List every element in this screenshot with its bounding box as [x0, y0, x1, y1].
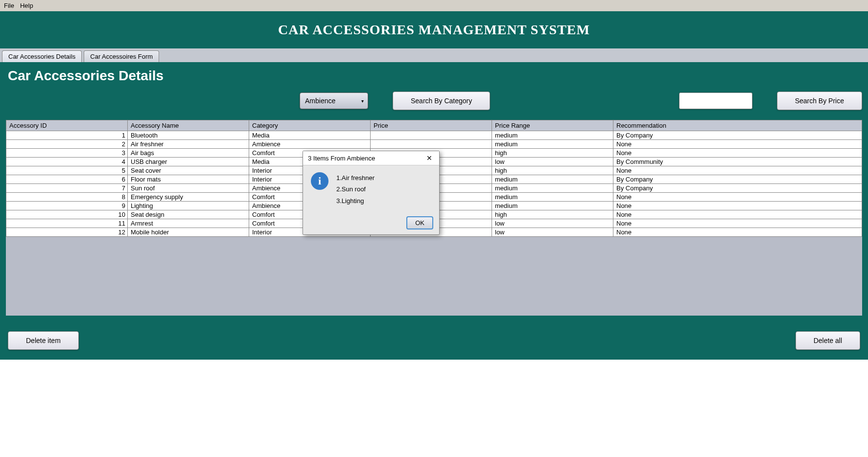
table-cell: None	[613, 219, 862, 228]
table-cell: None	[613, 193, 862, 202]
table-cell: None	[613, 210, 862, 219]
message-dialog: 3 Items From Ambience ✕ i 1.Air freshner…	[303, 151, 440, 235]
table-cell: high	[492, 210, 613, 219]
table-cell: 2	[6, 140, 128, 149]
search-category-button[interactable]: Search By Category	[393, 91, 490, 110]
table-cell: 10	[6, 210, 128, 219]
table-cell: Bluetooth	[128, 131, 249, 140]
table-cell: Mobile holder	[128, 228, 249, 237]
table-cell: low	[492, 219, 613, 228]
table-cell: medium	[492, 202, 613, 210]
search-controls: Ambience Search By Category Search By Pr…	[6, 91, 862, 110]
table-cell: high	[492, 149, 613, 158]
table-cell	[371, 131, 492, 140]
table-cell: 12	[6, 228, 128, 237]
table-cell: Media	[249, 131, 371, 140]
info-icon: i	[311, 172, 328, 190]
table-cell: None	[613, 166, 862, 175]
category-dropdown[interactable]: Ambience	[300, 92, 368, 109]
table-cell: 6	[6, 175, 128, 184]
col-header[interactable]: Price	[371, 120, 492, 131]
table-cell: 8	[6, 193, 128, 202]
price-input[interactable]	[679, 92, 752, 109]
table-cell: 11	[6, 219, 128, 228]
col-header[interactable]: Category	[249, 120, 371, 131]
col-header[interactable]: Accessory Name	[128, 120, 249, 131]
table-cell: medium	[492, 175, 613, 184]
table-cell: 3	[6, 149, 128, 158]
table-cell: low	[492, 228, 613, 237]
table-cell	[371, 140, 492, 149]
table-header-row: Accessory ID Accessory Name Category Pri…	[6, 120, 862, 131]
col-header[interactable]: Recommendation	[613, 120, 862, 131]
close-icon[interactable]: ✕	[424, 154, 434, 162]
table-cell: By Commmunity	[613, 158, 862, 166]
table-cell: Floor mats	[128, 175, 249, 184]
dialog-titlebar: 3 Items From Ambience ✕	[303, 151, 439, 165]
table-row[interactable]: 2Air freshnerAmbiencemediumNone	[6, 140, 862, 149]
table-cell: low	[492, 158, 613, 166]
delete-item-button[interactable]: Delete item	[8, 331, 79, 350]
menu-help[interactable]: Help	[20, 2, 33, 9]
tab-form[interactable]: Car Accessoires Form	[84, 50, 159, 62]
table-cell: high	[492, 166, 613, 175]
table-cell: By Company	[613, 131, 862, 140]
table-cell: Lighting	[128, 202, 249, 210]
delete-all-button[interactable]: Delete all	[796, 331, 860, 350]
table-cell: Air bags	[128, 149, 249, 158]
table-cell: None	[613, 140, 862, 149]
table-cell: medium	[492, 140, 613, 149]
table-cell: Seat cover	[128, 166, 249, 175]
dialog-item: 2.Sun roof	[336, 183, 375, 195]
table-cell: 1	[6, 131, 128, 140]
tab-details[interactable]: Car Accessories Details	[2, 50, 82, 62]
menu-file[interactable]: File	[4, 2, 14, 9]
app-banner: CAR ACCESSORIES MANAGEMENT SYSTEM	[0, 11, 868, 48]
table-cell: Sun roof	[128, 184, 249, 193]
table-cell: Emergency supply	[128, 193, 249, 202]
table-cell: Ambience	[249, 140, 371, 149]
page-title: Car Accessories Details	[6, 68, 862, 84]
table-cell: medium	[492, 193, 613, 202]
table-cell: By Company	[613, 184, 862, 193]
table-cell: Armrest	[128, 219, 249, 228]
dialog-title-text: 3 Items From Ambience	[308, 155, 375, 162]
dialog-item: 3.Lighting	[336, 195, 375, 206]
menu-bar: File Help	[0, 0, 868, 11]
table-cell: medium	[492, 184, 613, 193]
dialog-content: 1.Air freshner 2.Sun roof 3.Lighting	[336, 172, 375, 206]
table-cell: 5	[6, 166, 128, 175]
bottom-bar: Delete item Delete all	[0, 321, 868, 360]
table-cell: 9	[6, 202, 128, 210]
table-cell: Seat design	[128, 210, 249, 219]
table-cell: medium	[492, 131, 613, 140]
table-cell: None	[613, 228, 862, 237]
table-cell: Air freshner	[128, 140, 249, 149]
col-header[interactable]: Price Range	[492, 120, 613, 131]
table-row[interactable]: 1BluetoothMediamediumBy Company	[6, 131, 862, 140]
tab-bar: Car Accessories Details Car Accessoires …	[0, 48, 868, 62]
table-cell: None	[613, 149, 862, 158]
col-header[interactable]: Accessory ID	[6, 120, 128, 131]
table-cell: By Company	[613, 175, 862, 184]
search-price-button[interactable]: Search By Price	[777, 91, 862, 110]
dialog-item: 1.Air freshner	[336, 172, 375, 183]
table-cell: 4	[6, 158, 128, 166]
ok-button[interactable]: OK	[406, 216, 433, 229]
table-cell: 7	[6, 184, 128, 193]
table-cell: None	[613, 202, 862, 210]
table-cell: USB charger	[128, 158, 249, 166]
